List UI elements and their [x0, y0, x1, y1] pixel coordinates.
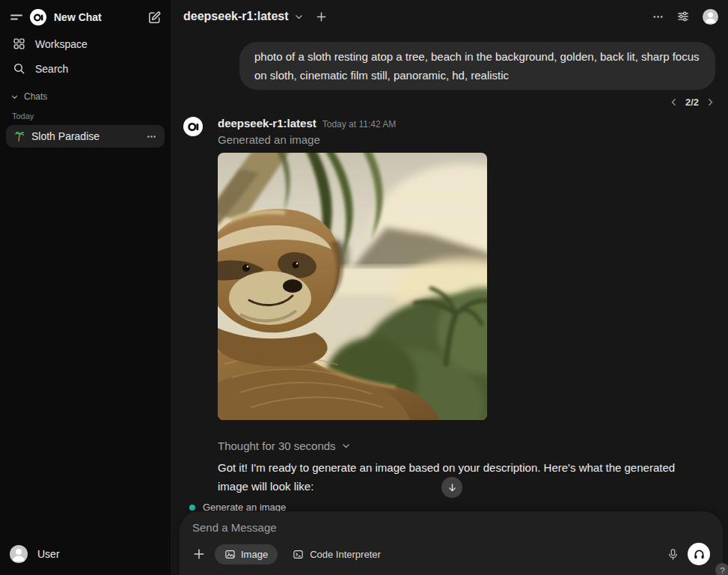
code-interpreter-toggle-button[interactable]: Code Interpreter [287, 544, 387, 565]
help-button[interactable]: ? [715, 563, 728, 575]
chats-section-label: Chats [24, 91, 47, 102]
assistant-name-row: deepseek-r1:latest Today at 11:42 AM [218, 117, 715, 130]
message-composer: Send a Message Image Code Interpreter [180, 511, 723, 575]
user-avatar [10, 545, 28, 563]
model-avatar-icon [183, 117, 203, 136]
message-pagination: 2/2 [183, 97, 715, 108]
arrow-down-icon [447, 482, 458, 493]
terminal-icon [293, 549, 304, 560]
chevron-right-icon[interactable] [706, 97, 715, 107]
header-actions [647, 6, 718, 27]
image-toggle-button[interactable]: Image [215, 544, 278, 565]
chevron-down-icon [10, 93, 19, 101]
message-input[interactable]: Send a Message [192, 521, 710, 535]
date-group-label: Today [6, 105, 165, 125]
search-icon [13, 62, 25, 75]
chat-menu-button[interactable] [647, 6, 668, 27]
sidebar-item-workspace[interactable]: Workspace [6, 31, 165, 56]
generated-image-label: Generated an image [218, 133, 715, 146]
microphone-icon[interactable] [667, 548, 679, 561]
status-dot-icon [189, 505, 195, 511]
new-chat-label: New Chat [54, 11, 102, 23]
code-interpreter-label: Code Interpreter [310, 549, 381, 560]
chat-item-menu-icon[interactable] [146, 131, 157, 142]
voice-call-button[interactable] [688, 543, 710, 565]
chevron-down-icon [294, 12, 304, 22]
scroll-to-bottom-button[interactable] [441, 477, 462, 498]
headphones-icon [693, 548, 706, 561]
composer-toolbar: Image Code Interpreter [192, 543, 710, 565]
user-name-label: User [37, 548, 60, 560]
composer-actions [667, 543, 710, 565]
chat-list-item-sloth-paradise[interactable]: Sloth Paradise [6, 125, 165, 147]
sidebar-header: New Chat [6, 6, 165, 28]
workspace-icon [13, 37, 25, 50]
thought-label: Thought for 30 seconds [218, 439, 336, 452]
plus-icon [316, 11, 327, 22]
compose-icon[interactable] [144, 7, 165, 28]
chevron-down-icon [341, 441, 351, 451]
model-name: deepseek-r1:latest [183, 10, 289, 23]
chat-controls-button[interactable] [673, 6, 694, 27]
attach-button[interactable] [192, 547, 206, 561]
sliders-icon [676, 10, 690, 23]
workspace-label: Workspace [35, 38, 88, 50]
user-message-bubble: photo of a sloth resting atop a tree, be… [239, 42, 715, 90]
page-indicator: 2/2 [685, 97, 699, 108]
new-chat-button[interactable]: New Chat [30, 9, 144, 25]
profile-avatar[interactable] [703, 9, 718, 25]
assistant-message: deepseek-r1:latest Today at 11:42 AM Gen… [183, 117, 715, 523]
sidebar: New Chat Workspace Search Chats Today Sl… [0, 0, 171, 575]
sidebar-toggle-button[interactable] [6, 7, 27, 28]
user-menu-button[interactable]: User [6, 539, 165, 569]
assistant-message-body: deepseek-r1:latest Today at 11:42 AM Gen… [218, 117, 715, 523]
chats-section-toggle[interactable]: Chats [6, 81, 165, 105]
app-logo-icon [30, 9, 46, 25]
model-selector[interactable]: deepseek-r1:latest [183, 10, 304, 23]
assistant-model-name: deepseek-r1:latest [218, 117, 316, 130]
sidebar-item-search[interactable]: Search [6, 56, 165, 81]
new-model-button[interactable] [311, 6, 332, 27]
hamburger-icon [9, 10, 24, 25]
search-label: Search [35, 63, 68, 75]
ellipsis-icon [652, 10, 664, 23]
chat-header: deepseek-r1:latest [171, 0, 728, 33]
generated-image[interactable] [218, 153, 487, 420]
photo-icon [224, 549, 236, 560]
message-timestamp: Today at 11:42 AM [322, 119, 397, 130]
chat-item-title: Sloth Paradise [31, 130, 139, 142]
palm-tree-icon [13, 131, 25, 142]
main-area: deepseek-r1:latest [171, 0, 728, 575]
image-toggle-label: Image [241, 549, 268, 560]
thought-toggle[interactable]: Thought for 30 seconds [218, 439, 715, 452]
chevron-left-icon[interactable] [669, 97, 679, 107]
